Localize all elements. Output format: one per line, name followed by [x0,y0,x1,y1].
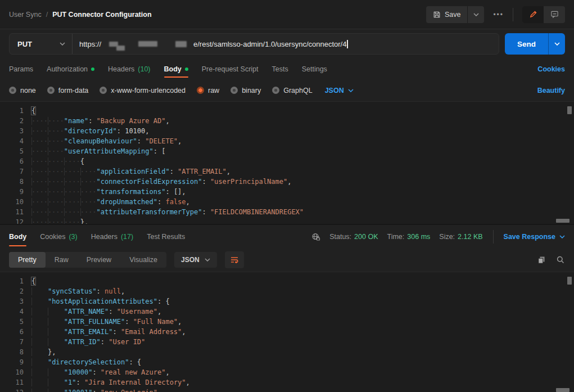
tab-headers[interactable]: Headers(10) [108,58,150,79]
line-number: 7 [0,166,24,177]
indent-whitespace [31,318,64,326]
code-content: { [24,106,35,116]
indent-whitespace: ········ [31,147,64,155]
radio-selected-icon [197,87,204,94]
tab-body[interactable]: Body [164,58,188,79]
code-content: "hostApplicationAttributes": { [24,296,170,307]
tab-pre-request-script[interactable]: Pre-request Script [202,58,259,79]
tab-label: Headers [91,233,117,241]
body-mode-label: x-www-form-urlencoded [111,87,186,94]
tab-authorization[interactable]: Authorization [47,58,94,79]
raw-language-select[interactable]: JSON [325,87,354,94]
tab-headers[interactable]: Headers(17) [91,225,133,248]
body-mode-raw[interactable]: raw [197,87,219,94]
response-toolbar-right [537,255,565,264]
search-response-button[interactable] [556,255,565,264]
indent-whitespace: ················ [31,188,97,196]
body-mode-x-www-form-urlencoded[interactable]: x-www-form-urlencoded [100,87,186,94]
body-mode-none[interactable]: none [9,87,36,94]
token: [ [161,147,165,155]
token: { [80,157,84,165]
line-number: 1 [0,276,24,286]
response-body-editor[interactable]: 1{2 "syncStatus": null,3 "hostApplicatio… [0,272,574,392]
breadcrumb-collection[interactable]: User Sync [9,11,42,19]
comments-button[interactable] [544,6,565,23]
breadcrumb: User Sync / PUT Connector Configuration [9,11,152,19]
response-language-select[interactable]: JSON [174,252,217,268]
line-number: 10 [0,367,24,377]
token: "directoryId" [64,127,117,135]
code-content: ········"userAttributeMapping": [ [24,146,165,156]
vertical-scrollbar-thumb[interactable] [567,106,572,114]
request-tabs-list: ParamsAuthorizationHeaders(10)BodyPre-re… [9,58,327,79]
chevron-down-icon [473,13,479,16]
code-content: ············{ [24,156,84,166]
token: , [157,308,161,316]
tab-params[interactable]: Params [9,58,33,79]
token: [], [174,188,186,196]
token: "ATTR_EMAIL" [64,328,113,336]
token: , [165,368,169,376]
view-pretty[interactable]: Pretty [9,252,46,268]
token: "Jira Internal Directory" [84,379,186,386]
edit-request-button[interactable] [522,6,544,23]
method-select[interactable]: PUT [10,34,73,54]
view-raw[interactable]: Raw [46,252,78,268]
code-line: 11 "1": "Jira Internal Directory", [0,377,574,388]
token: : [117,127,125,135]
tab-label: Authorization [47,65,88,73]
radio-icon [230,87,238,94]
token: : [92,368,100,376]
tab-test-results[interactable]: Test Results [147,225,185,248]
token: "ATTR_ID" [64,338,101,346]
send-button[interactable]: Send [505,33,548,55]
meta-divider [493,230,494,244]
code-content: "10001": "new OneLogin", [24,388,161,392]
token: : [129,358,137,366]
token: : [113,328,121,336]
token: { [31,107,35,115]
code-line: 7 "ATTR_ID": "User ID" [0,337,574,347]
indent-whitespace [31,308,64,316]
tab-cookies[interactable]: Cookies(3) [40,225,77,248]
more-options-button[interactable]: ••• [493,11,504,19]
tab-settings[interactable]: Settings [302,58,327,79]
request-code-lines: 1{2········"name": "Backup Azure AD",3··… [0,106,574,224]
copy-response-button[interactable] [537,255,546,264]
view-preview[interactable]: Preview [78,252,120,268]
request-body-editor[interactable]: 1{2········"name": "Backup Azure AD",3··… [0,101,574,224]
url-input[interactable]: https:// e/rest/samlsso-admin/1.0/usersy… [73,34,499,54]
green-dot-icon [185,67,188,71]
tab-label: Body [9,233,26,241]
horizontal-scrollbar-thumb[interactable] [556,388,570,392]
indent-whitespace [31,338,64,346]
indent-whitespace: ················ [31,208,97,216]
time-label: Time: [387,233,405,241]
save-button[interactable]: Save [426,6,468,23]
indent-whitespace: ········ [31,137,64,145]
send-dropdown-button[interactable] [548,33,565,55]
save-dropdown-button[interactable] [467,6,484,23]
token: : [157,298,165,305]
network-globe-lock-icon[interactable] [311,232,320,241]
wrap-lines-button[interactable] [225,251,244,268]
token: false [165,198,186,206]
code-content: "10000": "real new Azure", [24,367,170,377]
cookies-link[interactable]: Cookies [537,65,565,73]
request-url-row: PUT https:// e/rest/samlsso-admin/1.0/us… [0,29,574,58]
body-mode-binary[interactable]: binary [230,87,261,94]
view-visualize[interactable]: Visualize [120,252,166,268]
tab-body[interactable]: Body [9,225,26,248]
body-mode-form-data[interactable]: form-data [47,87,89,94]
request-tabs: ParamsAuthorizationHeaders(10)BodyPre-re… [0,58,574,79]
body-mode-label: binary [242,87,261,94]
save-response-button[interactable]: Save Response [504,233,565,241]
beautify-link[interactable]: Beautify [537,87,565,94]
tab-count: (10) [138,65,150,73]
horizontal-scrollbar-thumb[interactable] [556,219,570,223]
tab-tests[interactable]: Tests [272,58,288,79]
code-line: 12············}, [0,217,574,224]
vertical-scrollbar-thumb[interactable] [567,277,572,285]
url-control: PUT https:// e/rest/samlsso-admin/1.0/us… [9,33,499,55]
body-mode-graphql[interactable]: GraphQL [272,87,312,94]
